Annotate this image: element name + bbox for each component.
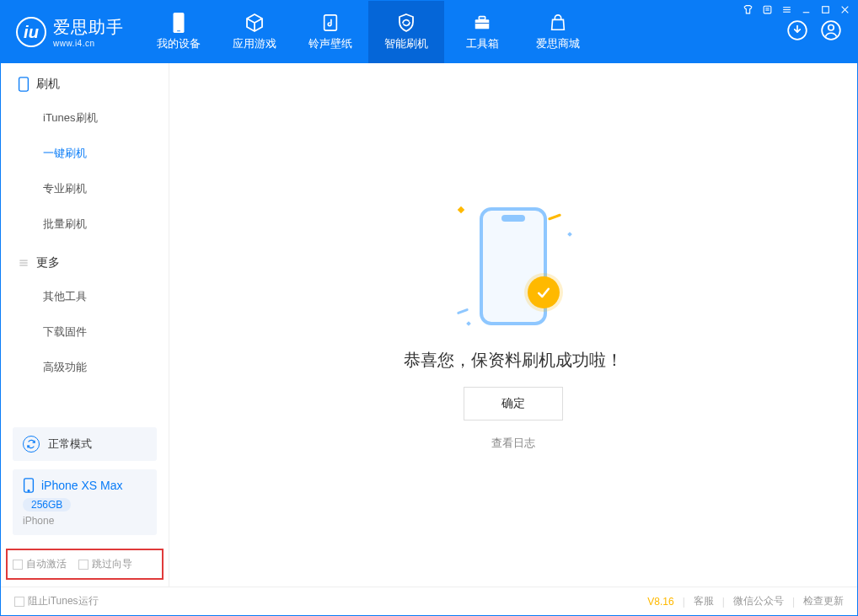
checkbox-label: 阻止iTunes运行 [28,594,99,608]
ok-button[interactable]: 确定 [464,387,563,420]
sidebar: 刷机 iTunes刷机 一键刷机 专业刷机 批量刷机 更多 其他工具 下载固件 … [1,63,169,587]
sidebar-item-oneclick-flash[interactable]: 一键刷机 [1,136,169,171]
more-icon [18,257,29,269]
sparkle-icon [457,308,469,315]
sidebar-group-flash: 刷机 [1,63,169,100]
sidebar-group-more: 更多 [1,242,169,279]
device-icon [169,13,189,33]
sidebar-item-download-firmware[interactable]: 下载固件 [1,314,169,350]
app-window: iu 爱思助手 www.i4.cn 我的设备 应用游戏 铃声壁纸 [0,0,858,616]
sidebar-item-batch-flash[interactable]: 批量刷机 [1,206,169,242]
svg-rect-12 [324,15,337,30]
user-icon[interactable] [820,19,842,45]
checkbox-label: 跳过向导 [92,557,132,571]
svg-rect-11 [177,30,180,31]
sidebar-item-pro-flash[interactable]: 专业刷机 [1,171,169,206]
svg-rect-7 [823,7,829,13]
option-row-highlight: 自动激活 跳过向导 [6,549,164,580]
sparkle-icon [466,321,471,326]
sparkle-icon [458,206,464,213]
tab-label: 铃声壁纸 [308,36,352,51]
tab-smart-flash[interactable]: 智能刷机 [368,1,444,63]
tab-label: 应用游戏 [233,36,276,51]
svg-rect-14 [479,17,485,20]
tabs: 我的设备 应用游戏 铃声壁纸 智能刷机 工具箱 [141,1,596,63]
shirt-icon[interactable] [743,4,753,18]
device-type: iPhone [23,515,147,527]
window-controls [743,4,850,18]
svg-rect-10 [174,13,185,33]
tab-label: 爱思商城 [536,36,580,51]
download-icon[interactable] [786,19,808,45]
view-log-link[interactable]: 查看日志 [491,436,535,451]
bag-icon [548,13,568,33]
tab-toolbox[interactable]: 工具箱 [444,1,520,63]
device-capacity: 256GB [23,498,71,512]
logo-icon: iu [16,17,46,47]
checkbox-icon [78,560,88,570]
close-button[interactable] [839,4,850,18]
tab-my-device[interactable]: 我的设备 [141,1,217,63]
checkbox-label: 自动激活 [26,557,67,571]
device-name: iPhone XS Max [41,479,123,492]
device-box[interactable]: iPhone XS Max 256GB iPhone [13,469,157,535]
svg-rect-15 [475,23,490,24]
menu-icon[interactable] [781,4,792,18]
maximize-button[interactable] [820,4,831,18]
sidebar-item-other-tools[interactable]: 其他工具 [1,279,169,314]
checkbox-block-itunes[interactable]: 阻止iTunes运行 [14,594,99,608]
mode-box[interactable]: 正常模式 [13,427,157,461]
svg-rect-19 [19,78,29,91]
checkbox-icon [14,597,24,607]
success-message: 恭喜您，保资料刷机成功啦！ [404,349,623,372]
tab-store[interactable]: 爱思商城 [520,1,596,63]
minimize-button[interactable] [801,4,812,18]
logo-title: 爱思助手 [53,16,124,39]
success-illustration [450,199,576,334]
phone-icon [18,77,29,92]
main-content: 恭喜您，保资料刷机成功啦！ 确定 查看日志 [169,63,857,587]
sync-icon [23,436,40,453]
logo: iu 爱思助手 www.i4.cn [16,16,124,48]
shield-sync-icon [396,13,416,33]
phone-graphic [480,207,547,325]
sparkle-icon [548,213,561,220]
phone-icon [23,478,35,493]
header-right [786,19,847,45]
toolbox-icon [472,13,492,33]
sidebar-item-advanced[interactable]: 高级功能 [1,350,169,385]
sparkle-icon [567,232,572,237]
tab-ringtone-wallpaper[interactable]: 铃声壁纸 [292,1,368,63]
group-title: 刷机 [36,77,60,92]
checkbox-icon [13,560,23,570]
svg-point-24 [28,490,29,491]
checkbox-skip-wizard[interactable]: 跳过向导 [78,557,132,571]
version-label: V8.16 [647,596,673,608]
tab-label: 我的设备 [157,36,201,51]
music-file-icon [320,13,341,33]
footer-link-support[interactable]: 客服 [694,594,714,608]
header-main: iu 爱思助手 www.i4.cn 我的设备 应用游戏 铃声壁纸 [1,1,857,63]
footer-link-update[interactable]: 检查更新 [803,594,844,608]
sidebar-item-itunes-flash[interactable]: iTunes刷机 [1,100,169,136]
svg-point-18 [829,25,834,31]
svg-rect-13 [475,19,490,29]
tab-label: 工具箱 [466,36,499,51]
footer: 阻止iTunes运行 V8.16 | 客服 | 微信公众号 | 检查更新 [1,587,857,615]
check-badge-icon [528,276,560,308]
tab-apps-games[interactable]: 应用游戏 [217,1,292,63]
footer-link-wechat[interactable]: 微信公众号 [733,594,784,608]
list-icon[interactable] [762,4,773,18]
header: iu 爱思助手 www.i4.cn 我的设备 应用游戏 铃声壁纸 [1,1,857,63]
tab-label: 智能刷机 [384,36,428,51]
body: 刷机 iTunes刷机 一键刷机 专业刷机 批量刷机 更多 其他工具 下载固件 … [1,63,857,587]
mode-label: 正常模式 [48,437,92,452]
group-title: 更多 [36,255,60,271]
cube-icon [244,13,265,33]
checkbox-auto-activate[interactable]: 自动激活 [13,557,67,571]
logo-subtitle: www.i4.cn [53,39,124,48]
